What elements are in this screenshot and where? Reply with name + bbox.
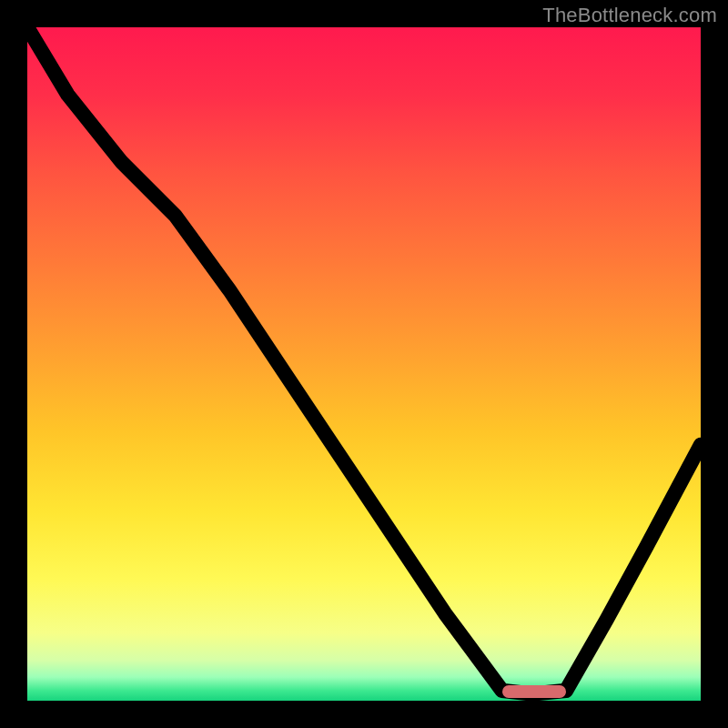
plot-area xyxy=(27,27,701,701)
watermark-text: TheBottleneck.com xyxy=(542,4,717,27)
minimum-marker xyxy=(502,685,566,698)
bottleneck-curve xyxy=(27,27,701,694)
curve-layer xyxy=(27,27,701,701)
chart-frame: TheBottleneck.com xyxy=(0,0,728,728)
